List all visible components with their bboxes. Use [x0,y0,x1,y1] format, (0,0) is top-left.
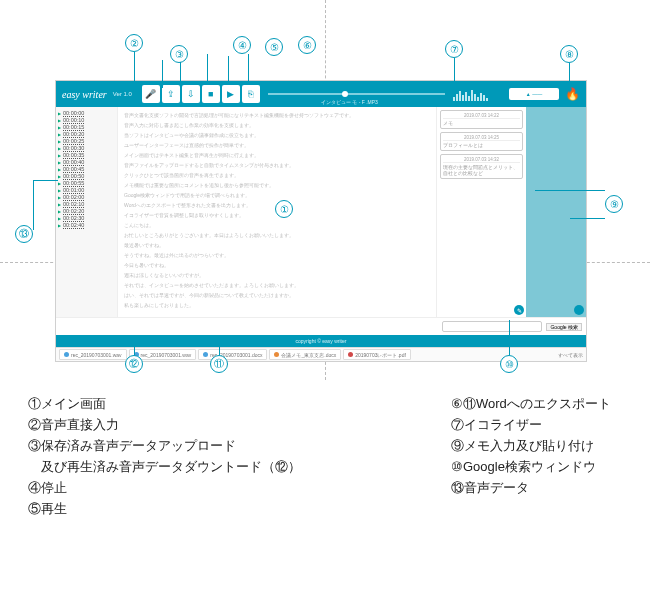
export-icon: ⎘ [248,89,253,99]
app-logo: easy writer [62,89,107,100]
timestamp-item[interactable]: 00:00:15 [58,124,115,130]
files-show-all[interactable]: すべて表示 [558,352,583,358]
timestamp-item[interactable]: 00:00:25 [58,138,115,144]
editor-line[interactable]: ユーザーインターフェースは直感的で操作が簡単です。 [124,141,430,149]
legend: ①メイン画面②音声直接入力③保存済み音声データアップロード 及び再生済み音声デー… [28,395,628,518]
stop-button[interactable]: ■ [202,85,220,103]
editor-line[interactable]: そうですね。最近は外に出るのがつらいです。 [124,251,430,259]
download-icon: ⇩ [187,89,195,99]
upload-button[interactable]: ⇪ [162,85,180,103]
timestamp-item[interactable]: 00:01:00 [58,187,115,193]
note-card[interactable]: 2019.07.03 14:32現在の主要な問題点とメリット、自社との比較など [440,154,523,179]
legend-item: ①メイン画面 [28,395,301,413]
user-menu[interactable]: ▲ —— [509,88,559,100]
legend-item: ④停止 [28,479,301,497]
right-strip [526,107,586,317]
notes-panel: 2019.07.03 14:22メモ2019.07.03 14:25プロフィール… [436,107,526,317]
editor-line[interactable]: 今日も暑いですね。 [124,261,430,269]
timestamp-item[interactable]: 00:00:50 [58,173,115,179]
timestamp-item[interactable]: 00:00:30 [58,145,115,151]
timestamp-item[interactable]: 00:00:45 [58,166,115,172]
file-chip[interactable]: rec_20190703001.docx [198,349,267,360]
editor-line[interactable]: メモ機能では重要な箇所にコメントを追加し後から参照可能です。 [124,181,430,189]
scrub-label: インタビュー モ - F .MP3 [321,99,378,105]
legend-item: ⑬音声データ [451,479,611,497]
editor-line[interactable]: Google検索ウィンドウで用語をその場で調べられます。 [124,191,430,199]
timestamp-item[interactable]: 00:00:10 [58,117,115,123]
search-input[interactable] [442,321,542,332]
note-card[interactable]: 2019.07.03 14:22メモ [440,110,523,129]
editor-line[interactable]: 音声文書化支援ソフトの開発で言語処理が可能になりテキスト編集機能を併せ持つソフト… [124,111,430,119]
editor-line[interactable]: 私も楽しみにしておりました。 [124,301,430,309]
upload-icon: ⇪ [167,89,175,99]
editor-line[interactable]: 音声ファイルをアップロードすると自動でタイムスタンプが付与されます。 [124,161,430,169]
equalizer[interactable] [453,87,503,101]
file-chip[interactable]: rec_20190703001.wav [59,349,127,360]
timestamp-item[interactable]: 00:02:00 [58,194,115,200]
callout-13: ⑬ [15,225,33,243]
export-button[interactable]: ⎘ [242,85,260,103]
mic-button[interactable]: 🎤 [142,85,160,103]
editor-line[interactable]: こんにちは。 [124,221,430,229]
callout-7: ⑦ [445,40,463,58]
timestamp-item[interactable]: 00:02:10 [58,201,115,207]
callout-6: ⑥ [298,36,316,54]
stop-icon: ■ [208,89,213,99]
note-card[interactable]: 2019.07.03 14:25プロフィールとは [440,132,523,151]
callout-2: ② [125,34,143,52]
legend-item: ②音声直接入力 [28,416,301,434]
google-search-button[interactable]: Google 検索 [546,323,582,331]
play-icon: ▶ [227,89,234,99]
legend-item: ⑤再生 [28,500,301,518]
timestamp-item[interactable]: 00:00:40 [58,159,115,165]
callout-5: ⑤ [265,38,283,56]
flame-icon[interactable]: 🔥 [565,87,580,101]
callout-11: ⑪ [210,355,228,373]
timestamp-sidebar: 00:00:0000:00:1000:00:1500:00:2000:00:25… [56,107,118,317]
download-button[interactable]: ⇩ [182,85,200,103]
pin-icon[interactable]: ✎ [514,305,524,315]
timestamp-item[interactable]: 00:00:55 [58,180,115,186]
scrubber[interactable]: インタビュー モ - F .MP3 [268,93,445,95]
callout-8: ⑧ [560,45,578,63]
editor-line[interactable]: 最近暑いですね。 [124,241,430,249]
legend-item: ③保存済み音声データアップロード [28,437,301,455]
callout-1: ① [275,200,293,218]
legend-item: ⑥⑪Wordへのエクスポート [451,395,611,413]
toolbar: easy writer Ver 1.0 🎤 ⇪ ⇩ ■ ▶ ⎘ インタビュー モ… [56,81,586,107]
timestamp-item[interactable]: 00:02:20 [58,208,115,214]
legend-item: ⑩Google検索ウィンドウ [451,458,611,476]
callout-4: ④ [233,36,251,54]
timestamp-item[interactable]: 00:00:35 [58,152,115,158]
app-window: easy writer Ver 1.0 🎤 ⇪ ⇩ ■ ▶ ⎘ インタビュー モ… [55,80,587,362]
callout-10: ⑩ [500,355,518,373]
file-chip[interactable]: 会議メモ_東京支店.docx [269,349,341,360]
timestamp-item[interactable]: 00:00:00 [58,110,115,116]
editor-line[interactable]: お忙しいところありがとうございます。本日はよろしくお願いいたします。 [124,231,430,239]
legend-item: 及び再生済み音声データダウントード（⑫） [28,458,301,476]
callout-12: ⑫ [125,355,143,373]
callout-3: ③ [170,45,188,63]
mic-icon: 🎤 [145,89,156,99]
editor-line[interactable]: クリックひとつで該当箇所の音声を再生できます。 [124,171,430,179]
timestamp-item[interactable]: 00:02:30 [58,215,115,221]
timestamp-item[interactable]: 00:02:40 [58,222,115,228]
app-version: Ver 1.0 [113,91,132,97]
editor-line[interactable]: それでは、インタビューを始めさせていただきます。よろしくお願いします。 [124,281,430,289]
editor-line[interactable]: 週末は涼しくなるといいのですが。 [124,271,430,279]
file-chip[interactable]: 20190703レポート.pdf [343,349,411,360]
editor-line[interactable]: はい、それでは早速ですが、今回の新製品について教えていただけますか。 [124,291,430,299]
pin-icon[interactable] [574,305,584,315]
editor-line[interactable]: 音声入力に対応し書き起こし作業の効率化を支援します。 [124,121,430,129]
legend-item: ⑨メモ入力及び貼り付け [451,437,611,455]
editor-line[interactable]: メイン画面ではテキスト編集と音声再生が同時に行えます。 [124,151,430,159]
legend-item: ⑦イコライザー [451,416,611,434]
search-row: Google 検索 [56,317,586,335]
timestamp-item[interactable]: 00:00:20 [58,131,115,137]
app-footer: copyright © easy writer [56,335,586,347]
editor-line[interactable]: 当ソフトはインタビューや会議の議事録作成に役立ちます。 [124,131,430,139]
callout-9: ⑨ [605,195,623,213]
play-button[interactable]: ▶ [222,85,240,103]
